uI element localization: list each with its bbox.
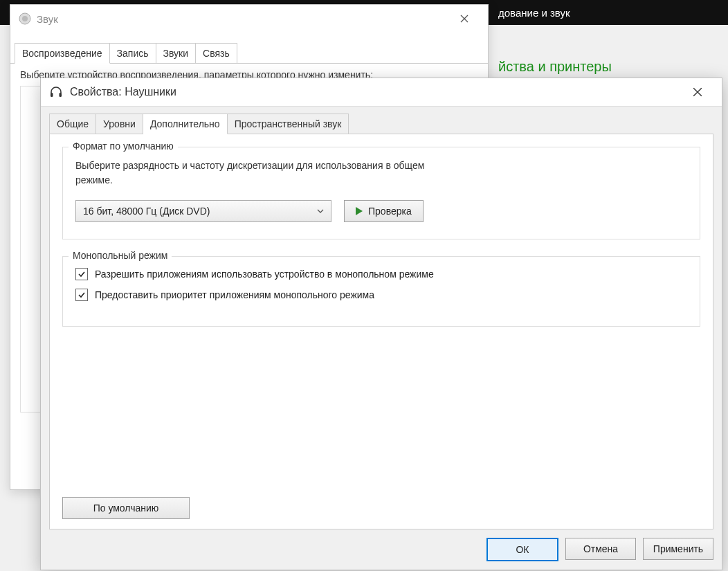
sound-tabs: Воспроизведение Запись Звуки Связь	[10, 42, 488, 64]
headphones-properties-dialog: Свойства: Наушники Общие Уровни Дополнит…	[40, 78, 722, 570]
dialog-button-row: ОК Отмена Применить	[49, 529, 713, 561]
chevron-down-icon	[317, 208, 324, 215]
apply-button[interactable]: Применить	[643, 538, 713, 560]
exclusive-mode-legend: Монопольный режим	[69, 250, 172, 261]
allow-exclusive-label: Разрешить приложениям использовать устро…	[95, 269, 434, 280]
close-button[interactable]	[682, 82, 713, 102]
sound-titlebar: Звук	[10, 5, 488, 33]
format-dropdown[interactable]: 16 бит, 48000 Гц (Диск DVD)	[75, 200, 331, 222]
restore-defaults-button[interactable]: По умолчанию	[62, 497, 190, 519]
sound-title: Звук	[37, 13, 58, 25]
play-icon	[356, 207, 363, 215]
check-icon	[78, 271, 85, 278]
advanced-tab-panel: Формат по умолчанию Выберите разрядность…	[49, 134, 713, 529]
exclusive-priority-checkbox[interactable]	[75, 289, 88, 301]
exclusive-mode-group: Монопольный режим Разрешить приложениям …	[62, 256, 700, 327]
props-title: Свойства: Наушники	[70, 86, 176, 98]
tab-sounds[interactable]: Звуки	[156, 43, 197, 64]
default-format-description: Выберите разрядность и частоту дискретиз…	[75, 158, 435, 188]
devices-printers-link[interactable]: йства и принтеры	[498, 59, 612, 75]
allow-exclusive-checkbox[interactable]	[75, 268, 88, 280]
allow-exclusive-row: Разрешить приложениям использовать устро…	[75, 268, 687, 280]
ok-button[interactable]: ОК	[486, 538, 558, 561]
exclusive-priority-row: Предоставить приоритет приложениям моноп…	[75, 289, 687, 301]
tab-playback[interactable]: Воспроизведение	[15, 43, 110, 64]
test-label: Проверка	[368, 206, 412, 217]
default-format-legend: Формат по умолчанию	[69, 141, 178, 152]
check-icon	[78, 291, 85, 298]
test-button[interactable]: Проверка	[344, 200, 424, 222]
exclusive-priority-label: Предоставить приоритет приложениям моноп…	[95, 289, 374, 300]
svg-rect-3	[60, 93, 62, 97]
props-tabs: Общие Уровни Дополнительно Пространствен…	[49, 114, 713, 134]
tab-levels[interactable]: Уровни	[96, 114, 143, 134]
props-body: Общие Уровни Дополнительно Пространствен…	[41, 106, 722, 570]
header-fragment: дование и звук	[498, 7, 570, 19]
svg-point-1	[22, 16, 28, 21]
tab-advanced[interactable]: Дополнительно	[143, 114, 228, 134]
close-button[interactable]	[448, 8, 480, 29]
speaker-icon	[19, 12, 31, 25]
tab-communications[interactable]: Связь	[196, 43, 237, 64]
tab-general[interactable]: Общие	[49, 114, 96, 134]
tab-spatial[interactable]: Пространственный звук	[228, 114, 349, 134]
headphones-icon	[49, 85, 63, 99]
svg-rect-2	[51, 93, 53, 97]
format-selected-value: 16 бит, 48000 Гц (Диск DVD)	[83, 206, 210, 217]
default-format-group: Формат по умолчанию Выберите разрядность…	[62, 147, 700, 239]
tab-recording[interactable]: Запись	[110, 43, 156, 64]
props-titlebar: Свойства: Наушники	[41, 78, 722, 106]
cancel-button[interactable]: Отмена	[565, 538, 636, 560]
